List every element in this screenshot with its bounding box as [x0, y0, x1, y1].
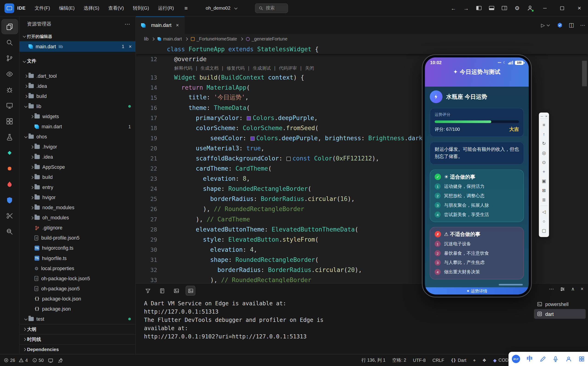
menu-goto[interactable]: 转到(G) — [128, 3, 153, 13]
nav-back-button[interactable]: ← — [447, 2, 460, 14]
debug-icon[interactable] — [2, 83, 17, 97]
panel-more-icon[interactable]: ⋯ — [549, 286, 554, 292]
emu-record-icon[interactable]: ◎ — [539, 148, 549, 158]
menu-file[interactable]: 文件(F) — [30, 3, 54, 13]
tree-item-AppScope[interactable]: AppScope — [20, 162, 136, 172]
ime-language-toggle[interactable]: 中 — [527, 355, 533, 363]
tree-item-ohos[interactable]: ohos — [20, 132, 136, 142]
open-editors-header[interactable]: 打开的编辑器 — [20, 31, 136, 41]
editor-scrollbar[interactable] — [582, 61, 587, 86]
nav-recents-icon[interactable]: ▢ — [539, 226, 549, 235]
close-icon[interactable]: × — [129, 44, 131, 49]
section-大纲[interactable]: 大纲 — [20, 324, 136, 334]
tree-item-.idea[interactable]: .idea — [20, 152, 136, 162]
breadcrumb-item-1[interactable]: main.dart — [158, 36, 182, 42]
ime-pen-icon[interactable] — [540, 356, 546, 362]
code-search-icon[interactable] — [2, 224, 17, 239]
tree-item-package.json[interactable]: {}package.json — [20, 304, 136, 314]
ifly-logo-icon[interactable]: iFLY — [512, 355, 520, 363]
preview-eye-icon[interactable] — [2, 67, 17, 81]
image-preview-icon[interactable] — [186, 286, 195, 295]
tree-item-oh-package-lock.json5[interactable]: oh-package-lock.json5 — [20, 273, 136, 283]
emu-close-app-icon[interactable]: ⊠ — [539, 186, 549, 195]
project-switcher[interactable]: oh_demo02 — [202, 4, 242, 12]
codegeex-icon[interactable] — [557, 22, 563, 28]
account-button[interactable] — [523, 2, 536, 14]
tree-item-oh_modules[interactable]: oh_modules — [20, 213, 136, 223]
ime-grid-icon[interactable] — [579, 356, 585, 362]
window-minimize-button[interactable]: ─ — [536, 0, 554, 16]
more-actions-button[interactable]: ⋯ — [580, 22, 585, 28]
tree-item-.dart_tool[interactable]: .dart_tool — [20, 71, 136, 81]
search-box[interactable]: 搜索 — [255, 3, 288, 13]
ime-mic-icon[interactable] — [553, 356, 559, 362]
menu-edit[interactable]: 编辑(E) — [54, 3, 79, 13]
terminal-powershell[interactable]: powershell — [534, 299, 586, 309]
info-indicator[interactable]: 50 — [32, 358, 44, 363]
nav-back-icon[interactable]: ◁ — [539, 207, 549, 217]
open-editor-item[interactable]: main.dart lib 1 × — [20, 41, 136, 52]
menu-view[interactable]: 查看(V) — [104, 3, 128, 13]
scissors-icon[interactable] — [2, 208, 17, 223]
tree-item-build[interactable]: build — [20, 91, 136, 101]
emu-close-icon[interactable]: × — [545, 114, 547, 118]
console-link[interactable]: http://127.0.0.1:9102?uri=http://127.0.0… — [144, 332, 528, 341]
console-link[interactable]: http://127.0.0.1:51313 — [144, 308, 528, 316]
device-target-icon[interactable]: ⌖ — [473, 358, 475, 363]
window-maximize-button[interactable] — [554, 0, 571, 16]
emu-menu-icon[interactable]: ≡ — [539, 120, 549, 130]
toggle-panel-button[interactable] — [485, 2, 498, 14]
tab-main-dart[interactable]: main.dart × — [136, 16, 185, 34]
tree-item-oh-package.json5[interactable]: oh-package.json5 — [20, 283, 136, 294]
huawei-icon[interactable] — [2, 161, 17, 175]
tree-item-test[interactable]: test — [20, 314, 136, 324]
emu-screenshot-icon[interactable]: ⊙ — [539, 158, 549, 167]
flame-icon[interactable] — [2, 177, 17, 191]
tree-item-build[interactable]: build — [20, 172, 136, 182]
toggle-sidebar-button[interactable] — [473, 2, 485, 14]
tab-close-icon[interactable]: × — [176, 23, 179, 28]
explorer-icon[interactable] — [2, 20, 17, 34]
nav-home-icon[interactable]: ○ — [539, 216, 549, 226]
extensions-icon[interactable] — [2, 114, 17, 128]
screencast-button[interactable] — [48, 358, 53, 363]
menu-run[interactable]: 运行(R) — [154, 3, 178, 13]
remote-monitor-icon[interactable] — [2, 98, 17, 112]
tree-item-hvigor[interactable]: hvigor — [20, 192, 136, 203]
language-mode[interactable]: {} Dart — [451, 358, 466, 363]
tree-item-lib[interactable]: lib — [20, 101, 136, 111]
problems-indicator[interactable]: 26 4 — [4, 358, 28, 363]
source-control-icon[interactable] — [2, 51, 17, 65]
tree-item-.idea[interactable]: .idea — [20, 81, 136, 91]
emu-scroll-top-icon[interactable]: ↑ — [539, 130, 549, 139]
settings-gear-icon[interactable]: ⚙ — [511, 2, 523, 14]
tree-item-widgets[interactable]: widgets — [20, 112, 136, 122]
emu-rotate-icon[interactable]: ↻ — [539, 139, 549, 148]
encoding[interactable]: UTF-8 — [413, 358, 426, 363]
tree-item-hvigorfile.ts[interactable]: TShvigorfile.ts — [20, 253, 136, 263]
ime-account-icon[interactable] — [565, 356, 572, 362]
breadcrumb-item-2[interactable]: _FortuneHomeState — [191, 36, 237, 42]
tree-item-entry[interactable]: entry — [20, 182, 136, 192]
menu-selection[interactable]: 选择(S) — [79, 3, 104, 13]
output-notebook-icon[interactable] — [158, 286, 166, 295]
emu-zoom-icon[interactable]: + — [539, 167, 549, 176]
tree-item-.hvigor[interactable]: .hvigor — [20, 142, 136, 152]
toggle-secondary-sidebar-button[interactable] — [498, 2, 511, 14]
sidebar-more-icon[interactable]: ⋯ — [125, 21, 130, 27]
search-icon[interactable] — [2, 35, 17, 49]
cursor-position[interactable]: 行 136, 列 1 — [361, 357, 385, 364]
terminal-dart[interactable]: dart — [534, 309, 586, 319]
tree-item-main.dart[interactable]: main.dart1 — [20, 122, 136, 132]
deveco-icon[interactable] — [2, 145, 17, 160]
tree-item-local.properties[interactable]: ⚙local.properties — [20, 263, 136, 273]
window-close-button[interactable]: × — [571, 0, 588, 16]
breadcrumb-item-3[interactable]: _generateFortune — [246, 36, 287, 42]
emu-list-icon[interactable]: ≣ — [539, 195, 549, 204]
tree-item-hvigorconfig.ts[interactable]: TShvigorconfig.ts — [20, 243, 136, 253]
panel-close-icon[interactable]: × — [581, 286, 583, 292]
emu-multi-window-icon[interactable]: ▣ — [539, 176, 549, 186]
files-section-header[interactable]: 文件 — [20, 56, 136, 66]
tree-item-node_modules[interactable]: node_modules — [20, 203, 136, 213]
tree-item-package-lock.json[interactable]: {}package-lock.json — [20, 294, 136, 304]
